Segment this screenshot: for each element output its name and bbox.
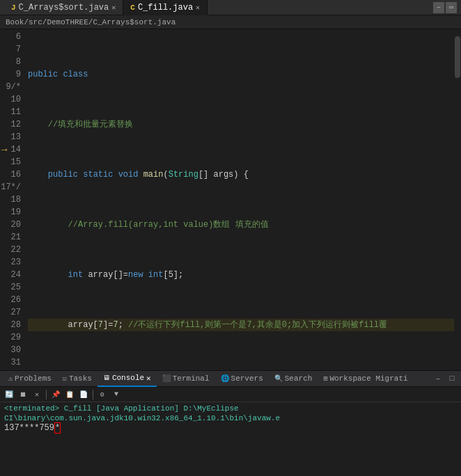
tab-terminal[interactable]: ⬛ Terminal [157, 370, 215, 387]
workspace-icon: ⊞ [323, 374, 327, 383]
tab-workspace-label: Workspace Migrati [329, 374, 407, 383]
title-bar: J C_Arrays$sort.java ✕ C C_fill.java ✕ –… [0, 0, 461, 15]
code-line-11: Arrays.fill(array, 10); [28, 369, 461, 370]
line-num-28: 28 [0, 319, 21, 331]
line-num-13: 13 [0, 131, 21, 143]
problems-icon: ⚠ [8, 374, 13, 383]
code-line-8: public static void main(String[] args) { [28, 168, 461, 181]
debug-arrow: → [0, 143, 10, 156]
panel-actions: – □ [432, 372, 458, 385]
tab-console-label: Console [112, 374, 144, 382]
tab-search-label: Search [285, 374, 313, 383]
line-num-24: 24 [0, 269, 21, 281]
close-fill-tab[interactable]: ✕ [196, 3, 200, 12]
toolbar-sep-2 [93, 390, 93, 399]
console-toolbar: 🔄 ⏹ ✕ 📌 📋 📄 ⚙ ▼ [0, 387, 461, 402]
bottom-panel-tabs: ⚠ Problems ☑ Tasks 🖥 Console ✕ ⬛ Termina… [0, 370, 461, 387]
line-num-18: 18 [0, 193, 21, 206]
line-num-32: 32 [0, 369, 21, 370]
line-numbers: 6 7 8 9 9/* 10 11 12 13 14 15 16 17*/ 18… [0, 29, 25, 370]
code-line-9: //Array.fill(array,int value)数组 填充的值 [28, 219, 461, 231]
tab-search[interactable]: 🔍 Search [269, 370, 318, 387]
window-controls: – ▭ [433, 2, 457, 13]
tab-sort-label: C_Arrays$sort.java [19, 3, 109, 13]
stop-btn[interactable]: ⏹ [17, 388, 29, 401]
console-path-text: <terminated> C_fill [Java Application] D… [4, 404, 280, 422]
tab-fill-java[interactable]: C C_fill.java ✕ [123, 0, 208, 15]
clear-console-btn[interactable]: 🔄 [3, 388, 15, 401]
tab-console[interactable]: 🖥 Console ✕ [97, 370, 157, 387]
tab-servers[interactable]: 🌐 Servers [215, 370, 269, 387]
line-num-11: 11 [0, 106, 21, 118]
line-num-9c: 9/* [0, 81, 21, 93]
console-terminated-line: <terminated> C_fill [Java Application] D… [4, 404, 457, 423]
vertical-scrollbar[interactable] [454, 29, 461, 370]
copy-btn[interactable]: 📋 [63, 388, 76, 401]
remove-btn[interactable]: ✕ [31, 388, 43, 401]
paste-btn[interactable]: 📄 [77, 388, 90, 401]
scrollbar-thumb[interactable] [455, 36, 460, 78]
cursor-indicator: * [54, 422, 61, 434]
line-num-8: 8 [0, 56, 21, 68]
line-num-30: 30 [0, 344, 21, 356]
close-console-tab[interactable]: ✕ [146, 374, 151, 383]
toolbar-sep-1 [46, 390, 47, 399]
tab-sort-java[interactable]: J C_Arrays$sort.java ✕ [4, 0, 123, 15]
line-num-23: 23 [0, 256, 21, 269]
code-line-6: public class [28, 68, 461, 81]
tab-problems[interactable]: ⚠ Problems [3, 370, 57, 387]
line-num-17: 17*/ [0, 181, 21, 193]
breadcrumb: Book/src/DemoTHREE/C_Arrays$sort.java [0, 15, 461, 29]
line-num-26: 26 [0, 294, 21, 306]
line-num-21: 21 [0, 231, 21, 244]
console-output-text: 137****759 [4, 423, 54, 433]
line-num-27: 27 [0, 306, 21, 319]
line-num-9: 9 [0, 68, 21, 81]
line-num-19: 19 [0, 206, 21, 219]
search-icon: 🔍 [274, 374, 283, 383]
line-num-15: 15 [0, 156, 21, 168]
close-sort-tab[interactable]: ✕ [111, 3, 116, 12]
maximize-panel-btn[interactable]: □ [446, 372, 458, 385]
line-num-16: 16 [0, 168, 21, 181]
line-num-25: 25 [0, 281, 21, 294]
code-line-9c: int array[]=new int[5]; [28, 269, 461, 281]
minimize-panel-btn[interactable]: – [432, 372, 444, 385]
tab-servers-label: Servers [231, 374, 263, 383]
editor-area: → 6 7 8 9 9/* 10 11 12 13 14 15 16 17*/ … [0, 29, 461, 370]
line-num-20: 20 [0, 219, 21, 231]
code-line-10: array[7]=7; //不运行下列fill,则第一个是7,其余是0;加入下列… [28, 319, 461, 331]
tasks-icon: ☑ [63, 374, 67, 383]
tab-terminal-label: Terminal [173, 374, 210, 383]
tab-workspace[interactable]: ⊞ Workspace Migrati [318, 370, 413, 387]
code-area[interactable]: public class //填充和批量元素替换 public static v… [25, 29, 461, 370]
console-output-area: <terminated> C_fill [Java Application] D… [0, 402, 461, 444]
breadcrumb-text: Book/src/DemoTHREE/C_Arrays$sort.java [6, 18, 175, 26]
tab-tasks[interactable]: ☑ Tasks [57, 370, 97, 387]
code-line-7: //填充和批量元素替换 [28, 118, 461, 131]
terminal-icon: ⬛ [162, 374, 171, 383]
line-num-31: 31 [0, 356, 21, 369]
java-icon-sort: J [11, 3, 16, 12]
line-num-6: 6 [0, 31, 21, 43]
java-icon-fill: C [130, 3, 135, 12]
line-num-22: 22 [0, 244, 21, 256]
tab-fill-label: C_fill.java [138, 3, 193, 13]
settings-btn[interactable]: ⚙ [96, 388, 109, 401]
line-num-29: 29 [0, 331, 21, 344]
servers-icon: 🌐 [221, 374, 229, 383]
pin-btn[interactable]: 📌 [49, 388, 62, 401]
restore-btn[interactable]: ▭ [446, 2, 457, 13]
tab-problems-label: Problems [15, 374, 52, 383]
more-btn[interactable]: ▼ [110, 388, 123, 401]
tab-tasks-label: Tasks [69, 374, 92, 383]
line-num-10: 10 [0, 93, 21, 106]
line-num-7: 7 [0, 43, 21, 56]
line-num-12: 12 [0, 118, 21, 131]
console-icon: 🖥 [103, 374, 110, 382]
minimize-btn[interactable]: – [433, 2, 444, 13]
console-output-line: 137****759* [4, 423, 457, 433]
